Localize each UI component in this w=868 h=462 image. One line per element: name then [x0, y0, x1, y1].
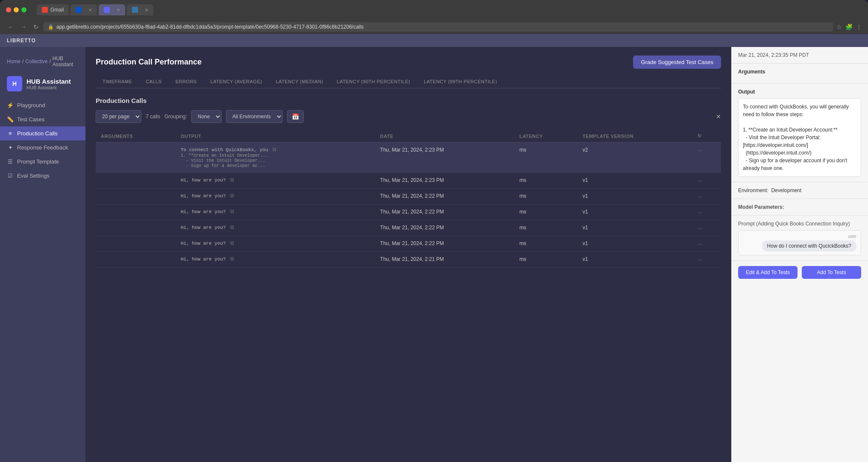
- sidebar-item-test-cases[interactable]: ✏️ Test Cases: [0, 112, 85, 126]
- tab-jira-close[interactable]: ✕: [88, 8, 92, 12]
- per-page-select[interactable]: 20 per page: [96, 110, 141, 123]
- prompt-template-icon: ☰: [7, 158, 14, 165]
- copy-icon[interactable]: ⧉: [230, 209, 234, 215]
- copy-icon[interactable]: ⧉: [230, 225, 234, 231]
- copy-icon[interactable]: ⧉: [230, 177, 234, 183]
- sidebar-item-production-calls[interactable]: ≡ Production Calls: [0, 126, 85, 140]
- tab-libretto-close[interactable]: ✕: [117, 8, 120, 12]
- app-brand: LIBRETTO: [7, 38, 36, 44]
- bookmark-icon[interactable]: ☆: [836, 23, 842, 30]
- cell-version: v1: [578, 189, 692, 205]
- cell-output: Hi, how are you? ⧉: [176, 189, 375, 205]
- response-feedback-icon: ✦: [7, 144, 14, 151]
- cell-output: Hi, how are you? ⧉: [176, 205, 375, 220]
- cell-output: To connect with QuickBooks, you ⧉ 1. **C…: [176, 143, 375, 173]
- panel-header: Mar 21, 2024, 2:23:35 PM PDT: [731, 47, 868, 64]
- edit-add-to-tests-button[interactable]: Edit & Add To Tests: [738, 266, 798, 279]
- address-bar[interactable]: 🔒 app.getlibretto.com/projects/655b630a-…: [44, 22, 833, 32]
- tab-python[interactable]: ✕: [127, 4, 153, 15]
- table-row[interactable]: Hi, how are you? ⧉ Thu, Mar 21, 2024, 2:…: [96, 252, 721, 268]
- table-row[interactable]: Hi, how are you? ⧉ Thu, Mar 21, 2024, 2:…: [96, 236, 721, 252]
- project-details: HUB Assistant HUB Assistant: [26, 78, 71, 90]
- user-label: user: [743, 234, 856, 239]
- output-text: To connect with QuickBooks, you will gen…: [743, 103, 856, 118]
- tab-calls[interactable]: CALLS: [139, 76, 168, 88]
- cell-arguments: [96, 143, 176, 173]
- copy-icon[interactable]: ⧉: [230, 240, 234, 246]
- sidebar-label-test-cases: Test Cases: [17, 116, 44, 123]
- cell-date: Thu, Mar 21, 2024, 2:22 PM: [375, 189, 514, 205]
- minimize-window-button[interactable]: [14, 7, 19, 12]
- add-to-tests-button[interactable]: Add To Tests: [802, 266, 861, 279]
- extensions-icon[interactable]: 🧩: [845, 23, 853, 30]
- table-row[interactable]: Hi, how are you? ⧉ Thu, Mar 21, 2024, 2:…: [96, 189, 721, 205]
- calls-count: 7 calls: [146, 114, 160, 120]
- table-row[interactable]: Hi, how are you? ⧉ Thu, Mar 21, 2024, 2:…: [96, 205, 721, 220]
- cell-date: Thu, Mar 21, 2024, 2:22 PM: [375, 205, 514, 220]
- gmail-favicon: [42, 7, 48, 13]
- project-avatar: H: [7, 76, 22, 91]
- close-window-button[interactable]: [6, 7, 11, 12]
- sidebar-item-response-feedback[interactable]: ✦ Response Feedback: [0, 140, 85, 155]
- tab-latency-99[interactable]: LATENCY (99TH PERCENTILE): [417, 76, 504, 88]
- calendar-button[interactable]: 📅: [287, 110, 304, 123]
- breadcrumb-collective[interactable]: Collective: [25, 58, 47, 64]
- maximize-window-button[interactable]: [21, 7, 26, 12]
- table-row[interactable]: To connect with QuickBooks, you ⧉ 1. **C…: [96, 143, 721, 173]
- output-title: Output: [738, 89, 861, 95]
- environment-select[interactable]: All Environments: [226, 110, 283, 123]
- test-cases-icon: ✏️: [7, 116, 14, 123]
- sidebar-item-prompt-template[interactable]: ☰ Prompt Template: [0, 155, 85, 169]
- output-preview: Hi, how are you?: [181, 257, 226, 262]
- sidebar-item-playground[interactable]: ⚡ Playground: [0, 98, 85, 112]
- cell-more[interactable]: ···: [692, 236, 721, 252]
- reload-button[interactable]: ↻: [32, 23, 40, 31]
- tab-latency-avg[interactable]: LATENCY (AVERAGE): [204, 76, 269, 88]
- sidebar-item-eval-settings[interactable]: ☑ Eval Settings: [0, 169, 85, 183]
- cell-more[interactable]: ···: [692, 143, 721, 173]
- arguments-title: Arguments: [738, 69, 861, 75]
- browser-window: Gmail ✕ ✕ ✕ ← → ↻ 🔒 app.getli: [0, 0, 868, 462]
- col-refresh[interactable]: ↻: [692, 130, 721, 143]
- cell-latency: ms: [514, 189, 578, 205]
- breadcrumb: Home / Collective / HUB Assistant: [0, 52, 85, 73]
- copy-icon[interactable]: ⧉: [230, 193, 234, 199]
- tab-jira[interactable]: ✕: [70, 4, 97, 15]
- cell-output: Hi, how are you? ⧉: [176, 252, 375, 268]
- sidebar-label-response-feedback: Response Feedback: [17, 144, 68, 151]
- grade-suggested-test-cases-button[interactable]: Grade Suggested Test Cases: [633, 56, 721, 69]
- copy-icon[interactable]: ⧉: [230, 256, 234, 262]
- panel-timestamp: Mar 21, 2024, 2:23:35 PM PDT: [738, 52, 861, 58]
- cell-date: Thu, Mar 21, 2024, 2:23 PM: [375, 173, 514, 189]
- col-date: DATE: [375, 130, 514, 143]
- cell-more[interactable]: ···: [692, 220, 721, 236]
- cell-more[interactable]: ···: [692, 252, 721, 268]
- grouping-select[interactable]: None: [191, 110, 222, 123]
- back-button[interactable]: ←: [6, 23, 15, 31]
- prompt-section-title: Prompt (Adding Quick Books Connection In…: [738, 221, 861, 227]
- table-row[interactable]: Hi, how are you? ⧉ Thu, Mar 21, 2024, 2:…: [96, 220, 721, 236]
- output-box: To connect with QuickBooks, you will gen…: [738, 98, 861, 177]
- cell-more[interactable]: ···: [692, 189, 721, 205]
- menu-icon[interactable]: ⋮: [856, 23, 862, 30]
- cell-date: Thu, Mar 21, 2024, 2:22 PM: [375, 220, 514, 236]
- output-preview: Hi, how are you?: [181, 193, 226, 199]
- sidebar-label-eval-settings: Eval Settings: [17, 173, 50, 179]
- prompt-box: user How do I connect with QucickBooks?: [738, 230, 861, 255]
- forward-button[interactable]: →: [19, 23, 28, 31]
- sidebar: Home / Collective / HUB Assistant H HUB …: [0, 47, 85, 462]
- tab-libretto[interactable]: ✕: [99, 4, 125, 15]
- tab-python-close[interactable]: ✕: [145, 8, 148, 12]
- tab-gmail[interactable]: Gmail: [37, 4, 69, 15]
- tab-errors[interactable]: ERRORS: [169, 76, 204, 88]
- tab-timeframe[interactable]: TIMEFRAME: [96, 76, 139, 88]
- breadcrumb-home[interactable]: Home: [7, 58, 21, 64]
- cell-more[interactable]: ···: [692, 173, 721, 189]
- tab-latency-med[interactable]: LATENCY (MEDIAN): [269, 76, 330, 88]
- tab-latency-90[interactable]: LATENCY (90TH PERCENTILE): [330, 76, 417, 88]
- copy-icon[interactable]: ⧉: [273, 147, 276, 153]
- table-row[interactable]: Hi, how are you? ⧉ Thu, Mar 21, 2024, 2:…: [96, 173, 721, 189]
- calls-table-body: To connect with QuickBooks, you ⧉ 1. **C…: [96, 143, 721, 268]
- clear-filter-button[interactable]: ✕: [716, 113, 721, 120]
- cell-more[interactable]: ···: [692, 205, 721, 220]
